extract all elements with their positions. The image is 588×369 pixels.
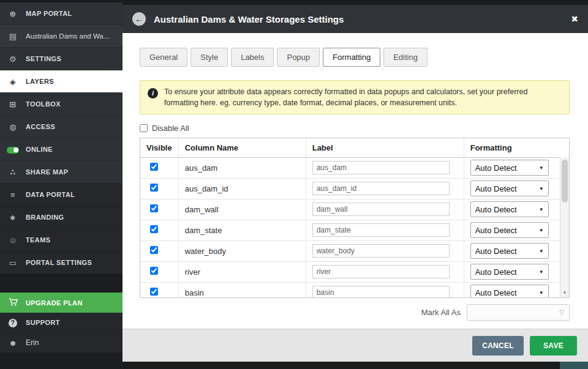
sidebar-item-label: UPGRADE PLAN [26, 299, 83, 307]
visible-checkbox[interactable] [150, 163, 158, 171]
close-icon[interactable]: ✖ [571, 14, 578, 24]
sidebar-item-label: TEAMS [26, 236, 51, 244]
column-name-cell: aus_dam [178, 157, 306, 178]
page-background-bottom [123, 362, 588, 369]
label-input[interactable] [312, 265, 450, 278]
formatting-select[interactable]: Auto Detect▼ [470, 181, 549, 196]
dialog-body: General Style Labels Popup Formatting Ed… [123, 33, 588, 329]
tab-bar: General Style Labels Popup Formatting Ed… [140, 48, 570, 67]
sidebar-item-support[interactable]: ? SUPPORT [0, 313, 123, 333]
chevron-down-icon: ▼ [539, 228, 544, 233]
sidebar-item-label: DATA PORTAL [26, 191, 75, 198]
table-row: river Auto Detect▼ [140, 261, 569, 282]
table-row: dam_wall Auto Detect▼ [140, 199, 569, 220]
database-icon: ≡ [0, 190, 26, 199]
table-row: water_body Auto Detect▼ [140, 240, 569, 261]
sidebar-item-label: ONLINE [26, 146, 53, 153]
dialog-header: ← Australian Dams & Water Storages Setti… [123, 5, 588, 33]
monitor-icon: ▭ [0, 258, 26, 267]
tab-popup[interactable]: Popup [277, 48, 320, 67]
formatting-select[interactable]: Auto Detect▼ [470, 201, 549, 217]
save-button[interactable]: SAVE [530, 336, 577, 356]
globe-icon: ⊕ [0, 9, 26, 18]
label-input[interactable] [312, 244, 450, 258]
sidebar-item-label: BRANDING [26, 214, 64, 221]
label-cell [306, 157, 464, 178]
mark-all-as-dropdown[interactable]: ▽ [467, 304, 570, 321]
sidebar-item-settings[interactable]: ⚙ SETTINGS [0, 48, 123, 70]
sidebar-item-branding[interactable]: ∗ BRANDING [0, 206, 123, 229]
visible-cell [140, 240, 178, 261]
sidebar-item-toolbox[interactable]: ⊞ TOOLBOX [0, 93, 123, 116]
label-input[interactable] [312, 182, 450, 195]
back-button[interactable]: ← [132, 12, 146, 26]
tab-general[interactable]: General [140, 48, 187, 67]
table-header-row: Visible Column Name Label Formatting [140, 138, 569, 157]
sidebar-item-upgrade-plan[interactable]: UPGRADE PLAN [0, 293, 123, 313]
sidebar-item-label: TOOLBOX [26, 100, 61, 108]
formatting-cell: Auto Detect▼ [464, 282, 569, 298]
sidebar-user-name: Erin [26, 338, 39, 347]
visible-checkbox[interactable] [150, 267, 158, 275]
cart-icon [0, 297, 26, 308]
sidebar-item-label: MAP PORTAL [26, 10, 72, 17]
chevron-down-icon: ▼ [539, 269, 544, 275]
sidebar-item-layers[interactable]: ◈ LAYERS [0, 70, 123, 93]
sidebar-item-access[interactable]: ◍ ACCESS [0, 116, 123, 138]
formatting-select-value: Auto Detect [475, 205, 517, 214]
column-name-cell: basin [178, 282, 306, 298]
visible-cell [140, 282, 178, 298]
tab-editing[interactable]: Editing [383, 48, 428, 67]
sidebar-item-data-portal[interactable]: ≡ DATA PORTAL [0, 184, 123, 206]
formatting-cell: Auto Detect▼ [464, 261, 569, 282]
question-icon: ? [0, 318, 26, 327]
main-area: ← Australian Dams & Water Storages Setti… [123, 0, 588, 369]
formatting-select[interactable]: Auto Detect▼ [470, 222, 549, 238]
sidebar-item-portal-settings[interactable]: ▭ PORTAL SETTINGS [0, 252, 123, 274]
sidebar-item-label: SHARE MAP [26, 168, 69, 176]
label-input[interactable] [312, 161, 450, 174]
teams-icon: ☺ [0, 236, 26, 245]
column-name-cell: water_body [178, 240, 306, 261]
formatting-select[interactable]: Auto Detect▼ [470, 160, 549, 176]
visible-checkbox[interactable] [150, 184, 158, 192]
sidebar-item-current-map[interactable]: ▤ Australian Dams and Wa... [0, 25, 123, 48]
sidebar: ⊕ MAP PORTAL ▤ Australian Dams and Wa...… [0, 0, 123, 369]
sidebar-item-online[interactable]: ONLINE [0, 138, 123, 161]
table-scrollbar[interactable]: ▼ [560, 157, 569, 297]
formatting-cell: Auto Detect▼ [464, 157, 569, 178]
visible-checkbox[interactable] [150, 225, 158, 233]
header-visible: Visible [140, 138, 178, 157]
tab-style[interactable]: Style [190, 48, 228, 67]
cancel-button[interactable]: CANCEL [472, 336, 524, 356]
visible-cell [140, 157, 178, 178]
sidebar-item-share-map[interactable]: ∴ SHARE MAP [0, 161, 123, 184]
formatting-cell: Auto Detect▼ [464, 240, 569, 261]
tab-formatting[interactable]: Formatting [323, 48, 380, 67]
tab-labels[interactable]: Labels [231, 48, 274, 67]
label-cell [306, 240, 464, 261]
formatting-select[interactable]: Auto Detect▼ [470, 264, 549, 280]
map-background-sliver [560, 362, 588, 369]
disable-all-checkbox[interactable] [140, 124, 148, 132]
scrollbar-down-arrow[interactable]: ▼ [560, 288, 569, 297]
chevron-down-icon: ▽ [559, 309, 564, 316]
sidebar-item-map-portal[interactable]: ⊕ MAP PORTAL [0, 2, 123, 25]
scrollbar-thumb[interactable] [562, 160, 568, 203]
sidebar-item-user[interactable]: ☻ Erin [0, 333, 123, 353]
formatting-cell: Auto Detect▼ [464, 178, 569, 199]
formatting-select[interactable]: Auto Detect▼ [470, 243, 549, 259]
column-name-cell: dam_wall [178, 199, 306, 220]
visible-checkbox[interactable] [150, 204, 158, 212]
visible-checkbox[interactable] [150, 288, 158, 296]
label-cell [306, 261, 464, 282]
sidebar-item-teams[interactable]: ☺ TEAMS [0, 229, 123, 252]
label-cell [306, 220, 464, 240]
label-input[interactable] [312, 223, 450, 237]
formatting-select[interactable]: Auto Detect▼ [470, 285, 549, 298]
label-input[interactable] [312, 203, 450, 216]
visible-checkbox[interactable] [150, 246, 158, 254]
label-input[interactable] [312, 286, 450, 298]
formatting-select-value: Auto Detect [475, 247, 517, 256]
table-row: aus_dam_id Auto Detect▼ [140, 178, 569, 199]
